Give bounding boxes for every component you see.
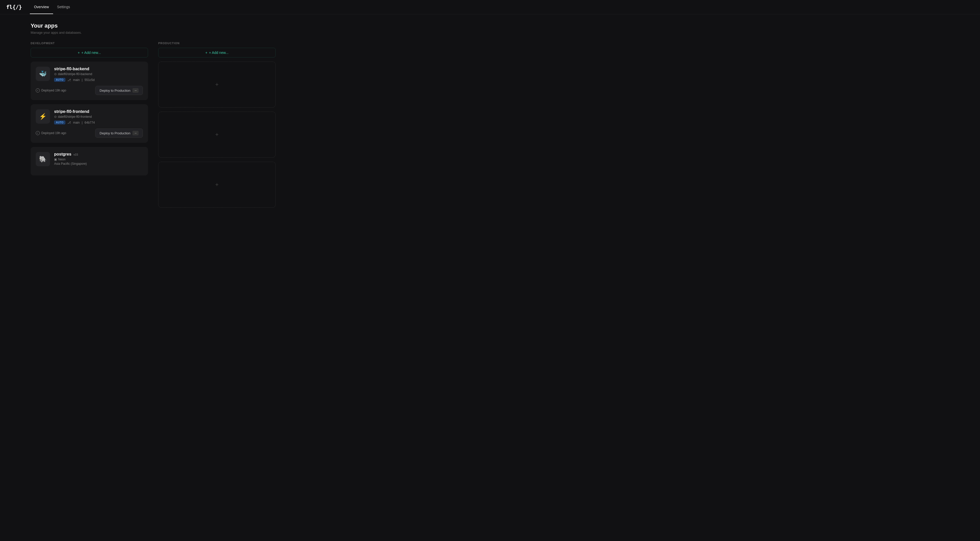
app-meta-frontend: AUTO ⎇ main | 64b774 [54, 121, 143, 124]
page-title: Your apps [30, 22, 275, 29]
db-meta-provider: ▣ Neon [54, 158, 143, 161]
app-name-frontend: stripe-fl0-frontend [54, 109, 143, 114]
app-card-top-backend: 🐳 stripe-fl0-backend ⊙ dalefl0/stripe-fl… [36, 67, 143, 82]
production-label: PRODUCTION [158, 41, 275, 45]
lightning-icon: ⚡ [39, 113, 47, 120]
app-card-top-postgres: 🐘 postgres v15 ▣ Neon Asia Pacific (Sing… [36, 152, 143, 166]
status-text-backend: Deployed 19h ago [41, 89, 66, 92]
development-label: DEVELOPMENT [30, 41, 148, 45]
app-name-postgres: postgres v15 [54, 152, 143, 156]
db-region: Asia Pacific (Singapore) [54, 162, 143, 166]
app-meta-backend: AUTO ⎇ main | 551c5d [54, 78, 143, 82]
deploy-to-production-button-frontend[interactable]: Deploy to Production → [95, 128, 143, 138]
branch-icon-backend: ⎇ [67, 78, 71, 82]
add-new-label: + Add new... [81, 51, 101, 55]
deploy-to-production-button-backend[interactable]: Deploy to Production → [95, 86, 143, 95]
app-card-frontend: ⚡ stripe-fl0-frontend ⊙ dalefl0/stripe-f… [30, 104, 148, 143]
production-slot-2[interactable]: + [158, 112, 275, 158]
add-icon-2: + [215, 131, 219, 138]
branch-icon-frontend: ⎇ [67, 121, 71, 124]
plus-icon: + [78, 51, 80, 55]
auto-badge-backend: AUTO [54, 78, 65, 82]
development-add-new-button[interactable]: + + Add new... [30, 48, 148, 57]
app-card-backend: 🐳 stripe-fl0-backend ⊙ dalefl0/stripe-fl… [30, 62, 148, 100]
app-card-bottom-backend: ✓ Deployed 19h ago Deploy to Production … [36, 86, 143, 95]
tab-settings[interactable]: Settings [53, 0, 74, 14]
status-check-icon-backend: ✓ [36, 88, 40, 93]
app-icon-lightning: ⚡ [36, 109, 50, 124]
development-column: DEVELOPMENT + + Add new... 🐳 stripe-fl0-… [30, 41, 148, 212]
app-name-backend: stripe-fl0-backend [54, 67, 143, 71]
app-info-backend: stripe-fl0-backend ⊙ dalefl0/stripe-fl0-… [54, 67, 143, 82]
app-card-postgres: 🐘 postgres v15 ▣ Neon Asia Pacific (Sing… [30, 147, 148, 176]
app-icon-docker: 🐳 [36, 67, 50, 81]
logo: fl{/} [6, 4, 22, 10]
auto-badge-frontend: AUTO [54, 121, 65, 124]
app-repo-frontend: ⊙ dalefl0/stripe-fl0-frontend [54, 115, 143, 118]
commit-backend: 551c5d [84, 78, 94, 82]
app-card-bottom-frontend: ✓ Deployed 19h ago Deploy to Production … [36, 128, 143, 138]
production-slot-1[interactable]: + [158, 62, 275, 107]
status-check-icon-frontend: ✓ [36, 131, 40, 135]
app-icon-postgres: 🐘 [36, 152, 50, 166]
arrow-icon-backend: → [132, 88, 138, 93]
add-new-label-prod: + Add new... [209, 51, 229, 55]
git-icon-backend: ⊙ [54, 72, 57, 76]
columns-row: DEVELOPMENT + + Add new... 🐳 stripe-fl0-… [30, 41, 275, 212]
deploy-status-backend: ✓ Deployed 19h ago [36, 88, 66, 93]
production-add-new-button[interactable]: + + Add new... [158, 48, 275, 57]
postgres-icon: 🐘 [39, 156, 47, 163]
deploy-btn-label-frontend: Deploy to Production [100, 131, 130, 135]
status-text-frontend: Deployed 19h ago [41, 131, 66, 135]
app-card-top-frontend: ⚡ stripe-fl0-frontend ⊙ dalefl0/stripe-f… [36, 109, 143, 124]
app-info-postgres: postgres v15 ▣ Neon Asia Pacific (Singap… [54, 152, 143, 166]
nav-tabs: Overview Settings [30, 0, 74, 14]
deploy-status-frontend: ✓ Deployed 19h ago [36, 131, 66, 135]
docker-icon: 🐳 [39, 70, 47, 77]
page-subtitle: Manage your apps and databases. [30, 31, 275, 35]
main-content: Your apps Manage your apps and databases… [0, 14, 306, 220]
arrow-icon-frontend: → [132, 131, 138, 136]
plus-icon-prod: + [205, 51, 207, 55]
commit-frontend: 64b774 [84, 121, 95, 124]
postgres-version: v15 [73, 153, 78, 156]
deploy-btn-label-backend: Deploy to Production [100, 89, 130, 93]
git-icon-frontend: ⊙ [54, 115, 57, 118]
db-icon-small: ▣ [54, 158, 57, 161]
app-repo-backend: ⊙ dalefl0/stripe-fl0-backend [54, 72, 143, 76]
app-info-frontend: stripe-fl0-frontend ⊙ dalefl0/stripe-fl0… [54, 109, 143, 124]
tab-overview[interactable]: Overview [30, 0, 53, 14]
production-column: PRODUCTION + + Add new... + + + [158, 41, 275, 212]
production-slot-3[interactable]: + [158, 162, 275, 207]
add-icon-1: + [215, 81, 219, 88]
add-icon-3: + [215, 181, 219, 188]
topbar: fl{/} Overview Settings [0, 0, 980, 14]
